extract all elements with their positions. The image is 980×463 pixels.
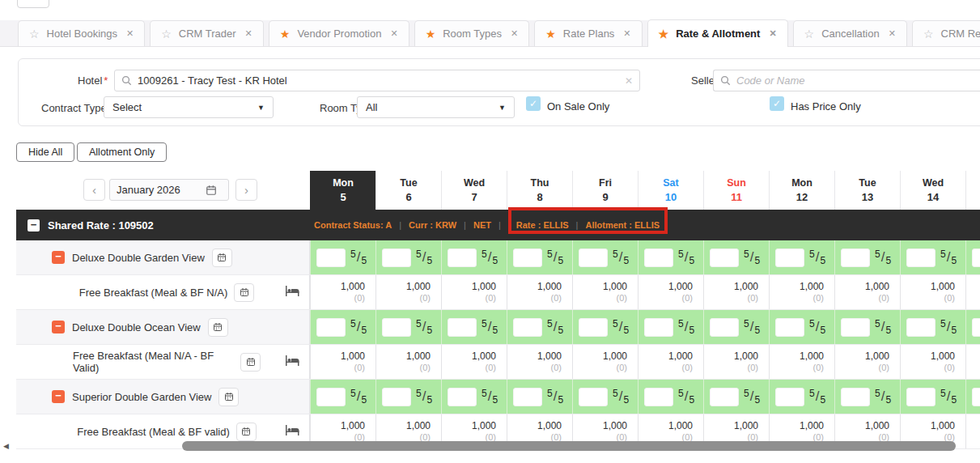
price-cell[interactable]: 1,000 (0)	[703, 345, 769, 379]
rate-calendar-button[interactable]	[234, 283, 254, 302]
clear-hotel-icon[interactable]: ✕	[625, 75, 633, 87]
tab-rate-allotment[interactable]: ★ Rate & Allotment ✕	[647, 19, 788, 47]
day-header-cell[interactable]: Mon 12	[769, 171, 834, 210]
allotment-input[interactable]	[841, 318, 870, 337]
close-tab-icon[interactable]: ✕	[126, 28, 134, 39]
collapse-shared-rate-icon[interactable]: −	[28, 219, 40, 232]
price-cell[interactable]: 1,000 (0)	[572, 345, 638, 379]
allotment-input[interactable]	[841, 248, 870, 267]
collapse-room-icon[interactable]: −	[52, 251, 65, 264]
close-tab-icon[interactable]: ✕	[390, 28, 397, 39]
contract-type-select[interactable]: Select ▼	[104, 96, 274, 118]
rate-calendar-button[interactable]	[240, 353, 261, 372]
allotment-input[interactable]	[579, 388, 608, 406]
allotment-input[interactable]	[644, 248, 673, 267]
price-cell[interactable]: 1,000 (0)	[310, 345, 375, 379]
close-tab-icon[interactable]: ✕	[245, 28, 252, 39]
allotment-input[interactable]	[775, 388, 804, 406]
allotment-input[interactable]	[448, 248, 477, 267]
tab-vendor-promotion[interactable]: ★ Vendor Promotion ✕	[269, 20, 409, 46]
collapse-room-icon[interactable]: −	[52, 390, 65, 403]
star-icon[interactable]: ☆	[161, 28, 172, 40]
star-icon[interactable]: ★	[280, 28, 291, 40]
allotment-input[interactable]	[710, 388, 739, 406]
tab-room-types[interactable]: ★ Room Types ✕	[414, 20, 530, 46]
allotment-input[interactable]	[644, 318, 673, 337]
on-sale-only-checkbox[interactable]: ✓	[526, 96, 541, 111]
price-cell-partial[interactable]	[965, 345, 980, 379]
tab-hotel-bookings[interactable]: ☆ Hotel Bookings ✕	[18, 20, 145, 46]
star-icon[interactable]: ☆	[29, 28, 40, 40]
allotment-input[interactable]	[513, 318, 542, 337]
has-price-only-checkbox[interactable]: ✓	[770, 96, 784, 111]
allotment-input[interactable]	[513, 388, 542, 406]
day-header-cell[interactable]: Fri 9	[572, 171, 638, 210]
rate-calendar-button[interactable]	[236, 423, 257, 441]
partial-top-button[interactable]	[17, 0, 49, 8]
price-cell-partial[interactable]	[965, 414, 980, 448]
star-icon[interactable]: ★	[659, 28, 669, 40]
allotment-input[interactable]	[513, 248, 542, 267]
allotment-input[interactable]	[448, 318, 477, 337]
day-header-cell[interactable]: Tue 6	[375, 171, 441, 210]
day-header-cell[interactable]: Wed 14	[900, 171, 965, 210]
allotment-input[interactable]	[841, 388, 870, 406]
price-cell[interactable]: 1,000 (0)	[638, 345, 703, 379]
tab-crm-trader[interactable]: ☆ CRM Trader ✕	[150, 20, 264, 46]
room-calendar-button[interactable]	[208, 318, 228, 337]
allotment-input[interactable]	[316, 388, 346, 406]
tab-rate-plans[interactable]: ★ Rate Plans ✕	[534, 20, 642, 46]
day-header-cell[interactable]: Wed 7	[441, 171, 507, 210]
allotment-input[interactable]	[906, 248, 935, 267]
hotel-input[interactable]	[138, 74, 619, 87]
allotment-input[interactable]	[579, 318, 608, 337]
horizontal-scrollbar[interactable]	[182, 441, 956, 451]
price-cell[interactable]: 1,000 (0)	[900, 345, 965, 379]
room-calendar-button[interactable]	[212, 248, 232, 267]
price-cell[interactable]: 1,000 (0)	[769, 275, 834, 309]
month-picker[interactable]	[109, 179, 229, 201]
price-cell[interactable]: 1,000 (0)	[375, 345, 441, 379]
close-tab-icon[interactable]: ✕	[511, 28, 518, 39]
price-cell[interactable]: 1,000 (0)	[310, 275, 375, 309]
tab-cancellation[interactable]: ☆ Cancellation ✕	[793, 20, 907, 46]
day-header-cell[interactable]: Sat 10	[638, 171, 703, 210]
allotment-input[interactable]	[775, 318, 804, 337]
allotment-input[interactable]	[382, 388, 411, 406]
price-cell[interactable]: 1,000 (0)	[638, 275, 703, 309]
price-cell[interactable]: 1,000 (0)	[441, 345, 507, 379]
month-input[interactable]	[117, 184, 206, 196]
day-header-cell[interactable]: Thu 8	[507, 171, 572, 210]
price-cell[interactable]: 1,000 (0)	[834, 275, 900, 309]
price-cell[interactable]: 1,000 (0)	[769, 345, 834, 379]
allotment-input[interactable]	[644, 388, 673, 406]
star-icon[interactable]: ☆	[804, 28, 815, 40]
hide-all-button[interactable]: Hide All	[16, 142, 74, 162]
price-cell[interactable]: 1,000 (0)	[703, 275, 769, 309]
allotment-input[interactable]	[710, 318, 739, 337]
collapse-room-icon[interactable]: −	[52, 321, 65, 333]
allotment-input[interactable]	[382, 248, 411, 267]
allotment-input[interactable]	[906, 318, 935, 337]
room-type-select[interactable]: All ▼	[357, 96, 515, 118]
price-cell[interactable]: 1,000 (0)	[507, 275, 572, 309]
allotment-input[interactable]	[906, 388, 935, 406]
price-cell[interactable]: 1,000 (0)	[572, 275, 638, 309]
seller-input[interactable]	[736, 74, 980, 87]
price-cell[interactable]: 1,000 (0)	[507, 345, 572, 379]
allotment-input[interactable]	[382, 318, 411, 337]
star-icon[interactable]: ★	[545, 28, 556, 40]
price-cell[interactable]: 1,000 (0)	[900, 275, 965, 309]
allotment-input[interactable]	[972, 248, 980, 267]
day-header-cell[interactable]: Sun 11	[703, 171, 769, 210]
room-calendar-button[interactable]	[218, 388, 239, 406]
star-icon[interactable]: ☆	[923, 28, 934, 40]
star-icon[interactable]: ★	[426, 28, 436, 40]
allotment-only-button[interactable]: Allotment Only	[77, 142, 167, 162]
allotment-input[interactable]	[972, 388, 980, 406]
price-cell[interactable]: 1,000 (0)	[834, 345, 900, 379]
allotment-input[interactable]	[316, 318, 346, 337]
day-header-cell[interactable]: Tue 13	[834, 171, 900, 210]
tab-crm-report[interactable]: ☆ CRM Report ✕	[912, 20, 980, 46]
next-month-button[interactable]: ›	[235, 179, 257, 201]
